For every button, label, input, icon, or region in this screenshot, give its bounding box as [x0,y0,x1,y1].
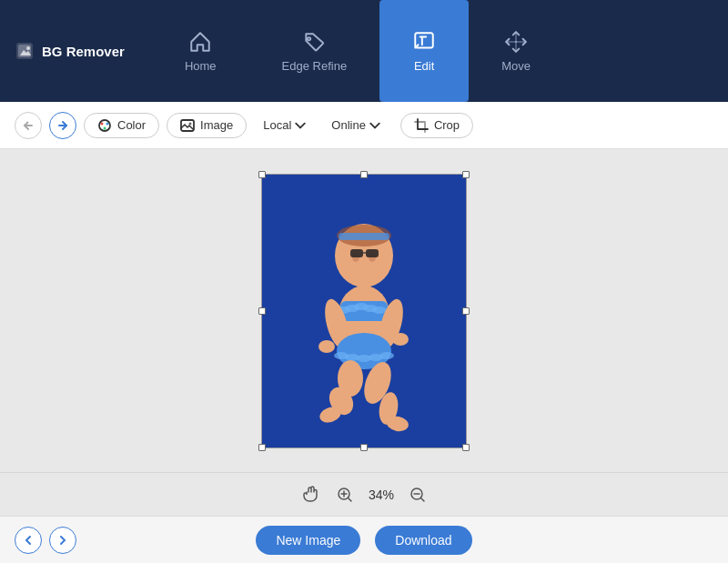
svg-point-2 [26,46,30,50]
bottom-bar: New Image Download [0,516,728,563]
pan-tool-button[interactable] [301,485,321,505]
crop-handle-mr[interactable] [462,307,470,315]
zoom-out-button[interactable] [409,486,427,504]
nav-tab-home-label: Home [185,59,217,73]
crop-handle-ml[interactable] [258,307,266,315]
header: BG Remover Home Edge Refine Edit [0,0,728,102]
svg-point-8 [104,126,106,129]
image-icon [180,118,195,133]
image-label: Image [200,118,233,132]
nav-tab-move-label: Move [501,59,531,73]
svg-point-7 [106,122,109,125]
crop-handle-bm[interactable] [360,444,368,451]
canvas-area [0,149,728,472]
local-label: Local [263,118,291,132]
download-button[interactable]: Download [375,526,471,555]
local-chevron-icon [295,120,306,131]
image-button[interactable]: Image [167,113,247,138]
next-arrow-icon [57,535,68,546]
crop-button[interactable]: Crop [400,113,473,138]
status-bar: 34% [0,472,728,516]
online-label: Online [331,118,366,132]
next-arrow-button[interactable] [49,527,76,554]
crop-border [261,174,467,448]
new-image-button[interactable]: New Image [256,526,360,555]
home-icon [188,30,212,54]
svg-point-3 [308,37,310,40]
crop-label: Crop [434,118,460,132]
toolbar: Color Image Local Online Crop [0,102,728,149]
redo-icon [56,119,69,132]
edit-icon [412,30,436,54]
zoom-in-icon [336,486,354,504]
move-icon [504,30,528,54]
crop-handle-tm[interactable] [360,171,368,178]
color-button[interactable]: Color [84,113,159,138]
nav-tab-edge-refine[interactable]: Edge Refine [249,0,380,102]
online-chevron-icon [369,120,380,131]
pan-icon [301,485,321,505]
svg-point-10 [189,122,192,125]
crop-handle-tr[interactable] [462,171,470,178]
prev-arrow-button[interactable] [15,527,42,554]
color-label: Color [117,118,146,132]
redo-button[interactable] [49,112,76,139]
online-dropdown[interactable]: Online [322,114,389,136]
prev-arrow-icon [23,535,34,546]
crop-handle-br[interactable] [462,444,470,451]
undo-icon [22,119,35,132]
local-dropdown[interactable]: Local [254,114,315,136]
nav-tab-move[interactable]: Move [469,0,563,102]
logo-icon [15,41,35,61]
crop-handle-tl[interactable] [258,171,266,178]
nav-tabs: Home Edge Refine Edit Move [152,0,563,102]
edge-refine-icon [302,30,326,54]
nav-tab-edit[interactable]: Edit [379,0,469,102]
svg-point-6 [101,122,104,125]
app-title: BG Remover [42,44,125,59]
logo-area: BG Remover [15,41,125,61]
undo-button[interactable] [15,112,42,139]
color-icon [97,118,112,133]
zoom-level: 34% [369,488,394,502]
crop-icon [414,118,429,133]
zoom-in-button[interactable] [336,486,354,504]
crop-container[interactable] [261,174,467,448]
nav-tab-home[interactable]: Home [152,0,249,102]
crop-handle-bl[interactable] [258,444,266,451]
zoom-out-icon [409,486,427,504]
nav-tab-edge-refine-label: Edge Refine [282,59,348,73]
nav-tab-edit-label: Edit [414,59,434,73]
